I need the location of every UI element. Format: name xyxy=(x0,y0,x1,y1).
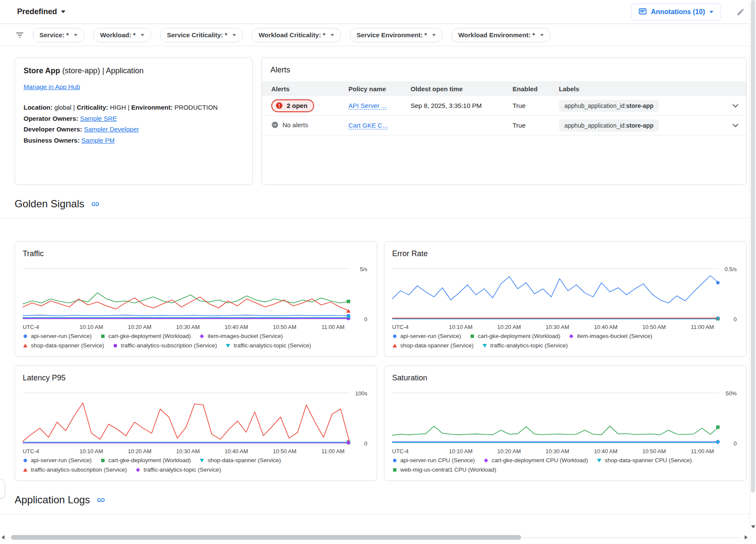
no-alerts-icon xyxy=(271,121,279,129)
x-axis-labels: UTC-410:10 AM10:20 AM10:30 AM10:40 AM10:… xyxy=(23,445,349,456)
annotations-button[interactable]: Annotations (10) xyxy=(631,3,721,21)
x-tick-label: 10:30 AM xyxy=(546,448,569,454)
scroll-right-arrow[interactable] xyxy=(744,535,748,540)
legend-item[interactable]: shop-data-spanner (Service) xyxy=(23,342,104,349)
legend-item[interactable]: api-server-run (Service) xyxy=(23,333,92,339)
legend-label: cart-gke-deployment (Workload) xyxy=(108,333,191,339)
legend-item[interactable]: item-images-bucket (Service) xyxy=(199,333,283,339)
error-rate-chart-card: Error Rate 0.5/s 0 UTC-410:10 AM10:20 AM… xyxy=(384,241,747,357)
x-tick-label: 10:20 AM xyxy=(497,448,521,454)
chart-legend: api-server-run (Service)cart-gke-deploym… xyxy=(392,333,738,349)
legend-label: cart-gke-deployment (Workload) xyxy=(108,457,191,463)
chevron-down-icon xyxy=(432,34,436,36)
x-tick-label: 10:20 AM xyxy=(497,324,521,330)
legend-label: traffic-analytics-topic (Service) xyxy=(144,466,221,473)
legend-item[interactable]: shop-data-spanner (Service) xyxy=(392,342,474,349)
y-axis-labels: 50% 0 xyxy=(719,389,738,445)
legend-label: web-mig-us-central1 CPU (Workload) xyxy=(400,466,496,473)
x-tick-label: UTC-4 xyxy=(23,448,39,454)
horizontal-scrollbar[interactable] xyxy=(0,534,749,541)
legend-label: api-server-run CPU (Service) xyxy=(400,457,475,463)
manage-in-app-hub-link[interactable]: Manage in App Hub xyxy=(24,83,80,90)
plot-area xyxy=(392,265,719,321)
section-title: Golden Signals xyxy=(15,198,84,210)
x-tick-label: 11:00 AM xyxy=(691,448,714,454)
filter-chip-workload-environment[interactable]: Workload Environment: * xyxy=(451,28,551,42)
filter-chip-workload-criticality[interactable]: Workload Criticality: * xyxy=(252,28,341,42)
legend-label: item-images-bucket (Service) xyxy=(577,333,652,339)
legend-item[interactable]: shop-data-spanner CPU (Service) xyxy=(597,457,692,463)
alerts-card: Alerts Alerts Policy name Oldest open ti… xyxy=(261,57,747,185)
scroll-left-arrow[interactable] xyxy=(1,535,5,540)
legend-label: api-server-run (Service) xyxy=(400,333,461,339)
business-owners-line: Business Owners: Sample PM xyxy=(24,135,244,146)
alerts-table: Alerts Policy name Oldest open time Enab… xyxy=(262,81,746,135)
legend-label: api-server-run (Service) xyxy=(31,333,92,339)
legend-item[interactable]: cart-gke-deployment (Workload) xyxy=(100,457,191,463)
plot-area xyxy=(23,389,349,445)
legend-item[interactable]: shop-data-spanner (Service) xyxy=(199,457,281,463)
link-icon[interactable] xyxy=(96,496,105,505)
legend-item[interactable]: traffic-analytics-topic (Service) xyxy=(135,466,221,473)
horizontal-scrollbar-thumb[interactable] xyxy=(11,535,521,540)
x-tick-label: 10:50 AM xyxy=(273,448,297,454)
divider xyxy=(0,218,756,218)
policy-link[interactable]: API Server ... xyxy=(348,102,387,110)
chart-title: Error Rate xyxy=(392,249,738,258)
legend-item[interactable]: web-mig-us-central1 CPU (Workload) xyxy=(392,466,496,473)
legend-item[interactable]: item-images-bucket (Service) xyxy=(569,333,652,339)
section-title: Application Logs xyxy=(15,494,90,506)
open-alerts-badge[interactable]: 2 open xyxy=(271,99,314,112)
x-tick-label: 10:40 AM xyxy=(594,324,618,330)
app-info-card: Store App (store-app) | Application Mana… xyxy=(15,57,253,185)
edit-pencil-button[interactable] xyxy=(735,6,747,18)
filter-chip-workload[interactable]: Workload: * xyxy=(93,28,151,42)
x-axis-labels: UTC-410:10 AM10:20 AM10:30 AM10:40 AM10:… xyxy=(392,445,719,456)
filter-icon xyxy=(15,31,24,39)
x-tick-label: 10:50 AM xyxy=(273,324,297,330)
expand-row-chevron[interactable] xyxy=(731,101,740,111)
vertical-scrollbar-thumb[interactable] xyxy=(751,0,755,493)
x-tick-label: UTC-4 xyxy=(392,324,408,330)
legend-item[interactable]: api-server-run (Service) xyxy=(392,333,461,339)
legend-item[interactable]: cart-gke-deployment CPU (Workload) xyxy=(483,457,588,463)
chart-title: Traffic xyxy=(23,249,369,258)
legend-item[interactable]: traffic-analytics-subscription (Service) xyxy=(113,342,217,349)
y-axis-labels: 100s 0 xyxy=(349,389,369,445)
legend-item[interactable]: traffic-analytics-topic (Service) xyxy=(225,342,311,349)
legend-item[interactable]: api-server-run (Service) xyxy=(23,457,92,463)
filter-chip-service-criticality[interactable]: Service Criticality: * xyxy=(160,28,243,42)
legend-item[interactable]: cart-gke-deployment (Workload) xyxy=(470,333,561,339)
application-logs-header: Application Logs xyxy=(15,494,747,506)
x-tick-label: 10:30 AM xyxy=(546,324,569,330)
no-alerts-status: No alerts xyxy=(271,121,308,129)
legend-item[interactable]: api-server-run CPU (Service) xyxy=(392,457,475,463)
app-title: Store App (store-app) | Application xyxy=(24,66,244,75)
annotations-icon xyxy=(639,8,647,16)
chevron-down-icon xyxy=(74,34,78,36)
legend-label: traffic-analytics-topic (Service) xyxy=(234,342,311,349)
filter-chip-service[interactable]: Service: * xyxy=(33,28,84,42)
legend-item[interactable]: cart-gke-deployment (Workload) xyxy=(100,333,191,339)
chart-title: Latency P95 xyxy=(23,374,369,383)
filter-bar: Service: * Workload: * Service Criticali… xyxy=(0,24,756,46)
vertical-scrollbar[interactable] xyxy=(750,0,756,531)
legend-item[interactable]: traffic-analytics-topic (Service) xyxy=(482,342,568,349)
col-header-policy-name: Policy name xyxy=(348,85,411,93)
link-icon[interactable] xyxy=(91,200,100,209)
policy-link[interactable]: Cart GKE C... xyxy=(348,122,388,129)
x-tick-label: 10:20 AM xyxy=(128,324,151,330)
y-axis-labels: 0.5/s 0 xyxy=(719,265,738,321)
view-selector-dropdown[interactable]: Predefined xyxy=(17,7,66,16)
expand-row-chevron[interactable] xyxy=(731,121,740,130)
filter-chip-service-environment[interactable]: Service Environment: * xyxy=(350,28,443,42)
edge-scroll-handle[interactable] xyxy=(0,479,5,499)
legend-label: cart-gke-deployment (Workload) xyxy=(478,333,561,339)
legend-item[interactable]: traffic-analytics-subscription (Service) xyxy=(23,466,127,473)
operator-owners-line: Operator Owners: Sample SRE xyxy=(24,113,244,124)
scroll-down-arrow[interactable] xyxy=(751,525,756,529)
operator-owner-link[interactable]: Sample SRE xyxy=(80,115,117,122)
legend-label: traffic-analytics-topic (Service) xyxy=(490,342,568,349)
developer-owner-link[interactable]: Sampler Developer xyxy=(84,126,139,133)
business-owner-link[interactable]: Sample PM xyxy=(81,137,115,144)
